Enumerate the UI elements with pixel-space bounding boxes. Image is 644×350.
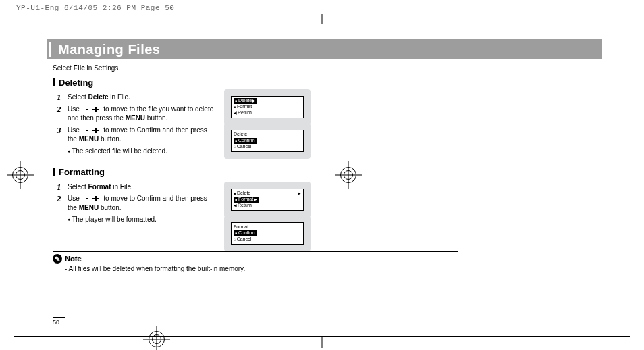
step-2: 2 Use to move to the file you want to de…: [53, 103, 216, 124]
step-bullet-note: The selected file will be deleted.: [53, 145, 230, 157]
minus-plus-icon: [83, 106, 101, 113]
note-divider: [53, 251, 458, 252]
frame-line: [630, 324, 630, 337]
step-3: 3 Use to move to Confirm and then press …: [53, 124, 216, 145]
body-copy: Select File in Settings. Deleting 1 Sele…: [53, 64, 363, 226]
folio-rule: [53, 317, 65, 318]
step-2b: 2 Use to move to Confirm and then press …: [53, 193, 216, 214]
crop-tick: [322, 337, 323, 348]
intro-line: Select File in Settings.: [53, 64, 363, 73]
step-number: 3: [57, 124, 61, 136]
page-number: 50: [53, 319, 59, 326]
lcd-screenshot-1: Delete Format Return: [224, 89, 311, 125]
title-ribbon: Managing Files: [47, 39, 602, 59]
section-heading-formatting: Formatting: [53, 166, 363, 178]
lcd-screenshot-2: Delete Confirm Cancel: [224, 123, 311, 159]
registration-mark-icon: [143, 326, 170, 350]
note-body-text: - All files will be deleted when formatt…: [65, 265, 458, 272]
note-label: Note: [65, 255, 81, 263]
page-title: Managing Files: [58, 39, 160, 59]
step-1: 1 Select Delete in File.: [53, 91, 216, 103]
crop-tick: [322, 14, 323, 24]
frame-line: [630, 14, 630, 27]
lcd-screenshot-3: Delete▶ Format Return: [224, 182, 311, 218]
minus-plus-icon: [83, 127, 101, 134]
step-bullet-note: The player will be formatted.: [53, 214, 230, 226]
minus-plus-icon: [83, 195, 101, 202]
step-1b: 1 Select Format in File.: [53, 181, 216, 193]
step-number: 2: [57, 193, 61, 205]
note-box: ✎ Note - All files will be deleted when …: [53, 251, 458, 272]
note-icon: ✎: [53, 254, 62, 264]
step-number: 1: [57, 91, 61, 103]
step-number: 2: [57, 103, 61, 116]
lcd-screenshot-4: Format Confirm Cancel: [224, 216, 311, 251]
ribbon-accent-bar: [49, 42, 51, 57]
print-slug: YP-U1-Eng 6/14/05 2:26 PM Page 50: [16, 4, 174, 12]
section-heading-deleting: Deleting: [53, 77, 363, 89]
registration-mark-icon: [7, 161, 34, 189]
step-number: 1: [57, 181, 61, 193]
heading-bar-icon: [53, 168, 55, 176]
heading-bar-icon: [53, 78, 55, 86]
